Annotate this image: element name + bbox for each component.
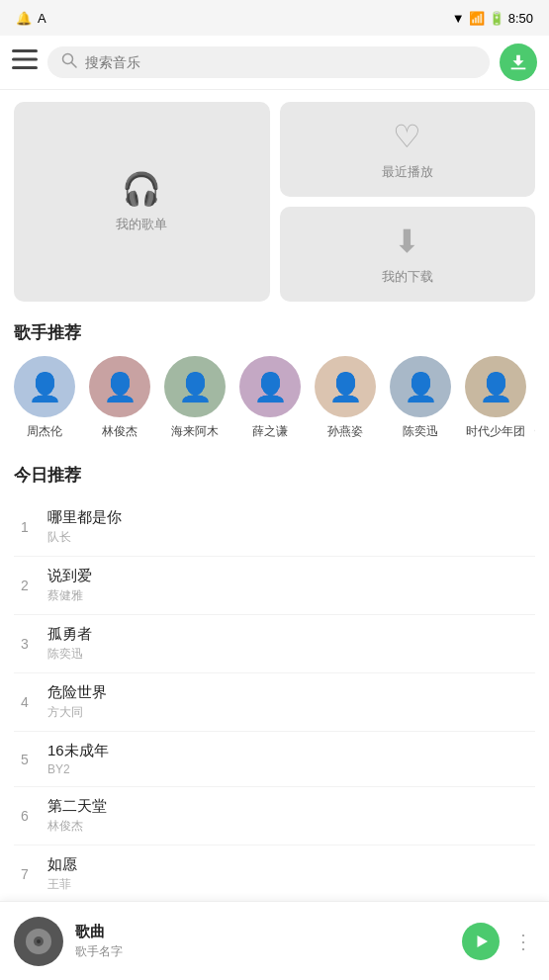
- song-info: 孤勇者 陈奕迅: [47, 625, 535, 663]
- svg-line-4: [72, 63, 77, 68]
- artist-name: G.E.M.邓紫棋: [534, 423, 535, 440]
- song-title: 如愿: [47, 855, 535, 874]
- artist-item[interactable]: 👤 薛之谦: [239, 356, 301, 440]
- artists-title: 歌手推荐: [14, 321, 535, 344]
- now-playing-info: 歌曲 歌手名字: [75, 923, 450, 960]
- status-icons: ▼ 📶 🔋 8:50: [452, 11, 533, 26]
- sim-icon: A: [38, 11, 46, 26]
- song-number: 3: [14, 636, 36, 652]
- song-title: 孤勇者: [47, 625, 535, 644]
- artist-avatar: 👤: [14, 356, 75, 417]
- artist-name: 孙燕姿: [327, 423, 363, 440]
- artist-name: 陈奕迅: [403, 423, 438, 440]
- song-title: 哪里都是你: [47, 508, 535, 527]
- song-item[interactable]: 7 如愿 王菲: [14, 846, 535, 900]
- svg-rect-2: [12, 66, 38, 69]
- song-number: 1: [14, 519, 36, 535]
- artist-name: 林俊杰: [102, 423, 137, 440]
- artist-avatar: 👤: [239, 356, 301, 417]
- today-section: 今日推荐 1 哪里都是你 队长 2 说到爱 蔡健雅 3 孤勇者 陈奕迅 4 危险…: [14, 464, 535, 900]
- artist-avatar: 👤: [164, 356, 226, 417]
- artist-avatar: 👤: [89, 356, 150, 417]
- notification-icon: 🔔: [16, 11, 32, 26]
- more-options-button[interactable]: ⋮: [513, 930, 535, 953]
- search-icon: [61, 52, 77, 72]
- artist-name: 时代少年团: [466, 423, 525, 440]
- song-artist: 王菲: [47, 876, 535, 893]
- song-title: 说到爱: [47, 567, 535, 585]
- song-item[interactable]: 5 16未成年 BY2: [14, 732, 535, 787]
- artist-face: 👤: [178, 371, 213, 403]
- song-artist: BY2: [47, 762, 535, 776]
- now-playing-thumbnail: [14, 917, 63, 966]
- song-item[interactable]: 4 危险世界 方大同: [14, 673, 535, 732]
- artist-face: 👤: [28, 371, 62, 403]
- my-playlist-label: 我的歌单: [116, 216, 167, 233]
- menu-icon[interactable]: [12, 49, 38, 75]
- heart-icon: ♡: [393, 118, 421, 155]
- battery-icon: 🔋: [489, 11, 504, 26]
- signal-icon: 📶: [469, 11, 485, 26]
- song-info: 危险世界 方大同: [47, 683, 535, 721]
- song-artist: 林俊杰: [47, 818, 535, 835]
- status-left: 🔔 A: [16, 11, 46, 26]
- song-item[interactable]: 1 哪里都是你 队长: [14, 498, 535, 557]
- time: 8:50: [508, 11, 533, 26]
- song-number: 7: [14, 866, 36, 882]
- artist-name: 海来阿木: [171, 423, 219, 440]
- song-info: 哪里都是你 队长: [47, 508, 535, 546]
- song-info: 第二天堂 林俊杰: [47, 797, 535, 835]
- artist-avatar: 👤: [315, 356, 376, 417]
- artist-item[interactable]: 👤 陈奕迅: [390, 356, 451, 440]
- headphone-icon: 🎧: [122, 170, 161, 208]
- artists-section: 歌手推荐 👤 周杰伦 👤 林俊杰 👤 海来阿木 👤 薛之谦 👤 孙燕姿 👤 陈奕…: [14, 321, 535, 444]
- my-download-card[interactable]: ⬇ 我的下载: [280, 207, 536, 302]
- artist-item[interactable]: 👤 林俊杰: [89, 356, 150, 440]
- song-item[interactable]: 6 第二天堂 林俊杰: [14, 787, 535, 846]
- artist-avatar: 👤: [390, 356, 451, 417]
- today-title: 今日推荐: [14, 464, 535, 487]
- download-button[interactable]: [500, 44, 537, 81]
- artist-face: 👤: [253, 371, 288, 403]
- svg-marker-8: [478, 935, 489, 947]
- song-number: 6: [14, 808, 36, 824]
- artist-item[interactable]: 👤 时代少年团: [465, 356, 526, 440]
- recent-play-label: 最近播放: [382, 163, 433, 181]
- song-info: 16未成年 BY2: [47, 742, 535, 776]
- song-artist: 方大同: [47, 704, 535, 721]
- artists-scroll: 👤 周杰伦 👤 林俊杰 👤 海来阿木 👤 薛之谦 👤 孙燕姿 👤 陈奕迅 👤 时…: [14, 356, 535, 444]
- svg-rect-0: [12, 49, 38, 52]
- artist-item[interactable]: 👤 孙燕姿: [315, 356, 376, 440]
- song-number: 5: [14, 752, 36, 767]
- song-item[interactable]: 3 孤勇者 陈奕迅: [14, 615, 535, 673]
- my-playlist-card[interactable]: 🎧 我的歌单: [14, 102, 270, 302]
- my-download-label: 我的下载: [382, 268, 433, 286]
- search-input[interactable]: [85, 54, 476, 70]
- song-artist: 蔡健雅: [47, 587, 535, 604]
- search-bar[interactable]: [47, 46, 490, 78]
- recent-play-card[interactable]: ♡ 最近播放: [280, 102, 536, 197]
- song-artist: 陈奕迅: [47, 646, 535, 663]
- artist-item[interactable]: 👤 海来阿木: [164, 356, 226, 440]
- song-info: 如愿 王菲: [47, 855, 535, 893]
- svg-point-7: [37, 939, 41, 943]
- main-content: 🎧 我的歌单 ♡ 最近播放 ⬇ 我的下载 歌手推荐 👤 周杰伦 👤 林俊杰 👤: [0, 90, 549, 900]
- status-bar: 🔔 A ▼ 📶 🔋 8:50: [0, 0, 549, 36]
- song-number: 2: [14, 578, 36, 593]
- play-button[interactable]: [462, 923, 500, 960]
- download-icon: ⬇: [394, 223, 420, 260]
- song-list: 1 哪里都是你 队长 2 说到爱 蔡健雅 3 孤勇者 陈奕迅 4 危险世界 方大…: [14, 498, 535, 900]
- song-title: 16未成年: [47, 742, 535, 760]
- top-cards: 🎧 我的歌单 ♡ 最近播放 ⬇ 我的下载: [14, 102, 535, 302]
- artist-face: 👤: [328, 371, 363, 403]
- song-item[interactable]: 2 说到爱 蔡健雅: [14, 557, 535, 615]
- artist-name: 周杰伦: [27, 423, 62, 440]
- header: [0, 36, 549, 90]
- now-playing-title: 歌曲: [75, 923, 450, 941]
- song-number: 4: [14, 694, 36, 710]
- now-playing-controls: ⋮: [462, 923, 535, 960]
- wifi-icon: ▼: [452, 11, 465, 26]
- now-playing-bar: 歌曲 歌手名字 ⋮: [0, 901, 549, 980]
- artist-avatar: 👤: [465, 356, 526, 417]
- artist-item[interactable]: 👤 周杰伦: [14, 356, 75, 440]
